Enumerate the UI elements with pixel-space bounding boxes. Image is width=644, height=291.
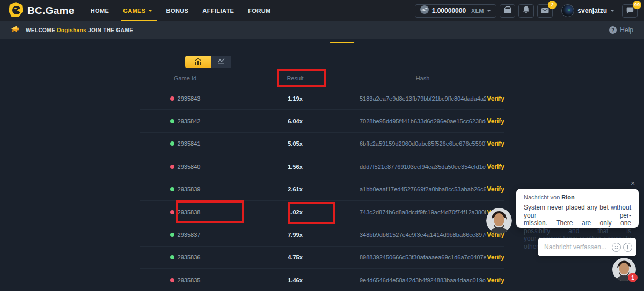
table-header-row: Game Id Result Hash	[140, 70, 504, 87]
header-result: Result	[231, 75, 360, 81]
game-id: 2935840	[178, 163, 201, 170]
verify-link[interactable]: Verify	[486, 277, 504, 284]
emoji-icon[interactable]	[612, 243, 621, 252]
brand-logo[interactable]: BC.Game	[9, 2, 75, 20]
game-id: 2935843	[178, 95, 201, 102]
hash-value: 743c2d874b6d8a8dcdf9fc19acf4d70f74f12a38…	[360, 209, 486, 215]
table-row: 2935837 7.99x 348bb9db61527e4c9f3e4a1414…	[140, 223, 504, 246]
chat-sender-avatar	[486, 208, 512, 234]
mail-icon	[541, 6, 549, 16]
site-chat-button[interactable]: 99	[622, 4, 638, 18]
main-nav: HOME GAMES BONUS AFFILIATE FORUM	[91, 0, 271, 21]
hash-value: 5183a2ea7e9d8e13fb79bbf21bc9ffc804dada4a…	[360, 95, 486, 102]
result-value: 1.46x	[231, 277, 360, 283]
wallet-icon	[503, 6, 511, 16]
status-dot	[170, 255, 174, 259]
game-id: 2935839	[178, 186, 201, 192]
line-chart-icon	[217, 57, 225, 67]
result-value: 4.75x	[231, 254, 360, 260]
messages-button[interactable]: 2	[537, 4, 553, 18]
bcgame-logo-icon	[9, 2, 23, 20]
table-row: 2935839 2.61x a1bb0eaaf17ed4527669f2a0bb…	[140, 178, 504, 201]
chat-from-label: Nachricht von Rion	[524, 194, 631, 200]
nav-item-forum[interactable]: FORUM	[248, 0, 270, 21]
status-dot	[170, 210, 174, 214]
status-dot	[170, 141, 174, 146]
game-id: 2935837	[178, 232, 201, 238]
status-dot	[170, 233, 174, 237]
result-value: 1.02x	[231, 209, 360, 215]
user-avatar	[561, 4, 574, 17]
status-dot	[170, 278, 174, 282]
notifications-button[interactable]	[518, 4, 534, 18]
game-id: 2935841	[178, 140, 201, 147]
nav-item-games[interactable]: GAMES	[123, 0, 152, 21]
game-id: 2935842	[178, 118, 201, 124]
table-row: 2935835 1.46x 9e4d6546d4e58a42d3b4f92488…	[140, 269, 504, 291]
table-row: 2935843 1.19x 5183a2ea7e9d8e13fb79bbf21b…	[140, 87, 504, 110]
chat-launcher[interactable]: 1	[612, 258, 636, 281]
bell-icon	[523, 6, 530, 16]
hash-value: 8988392450666c53f30afaaaea69c1d6a7c0407e…	[360, 254, 486, 260]
chat-message-input[interactable]	[544, 243, 610, 251]
chevron-down-icon	[610, 10, 614, 12]
table-row: 2935838 1.02x 743c2d874b6d8a8dcdf9fc19ac…	[140, 201, 504, 223]
verify-link[interactable]: Verify	[486, 163, 504, 170]
nav-item-affiliate[interactable]: AFFILIATE	[202, 0, 234, 21]
verify-link[interactable]: Verify	[486, 253, 504, 261]
megaphone-icon	[11, 25, 20, 35]
header-game-id: Game Id	[140, 75, 231, 81]
game-id-cell: 2935841	[140, 140, 231, 147]
chat-input-container	[538, 238, 636, 256]
status-dot	[170, 119, 174, 123]
result-value: 7.99x	[231, 232, 360, 238]
game-id-cell: 2935839	[140, 186, 231, 192]
result-value: 2.61x	[231, 186, 360, 192]
verify-link[interactable]: Verify	[486, 95, 504, 102]
hash-value: 9e4d6546d4e58a42d3b4f924883baa4daac019ce…	[360, 277, 486, 283]
tab-trends[interactable]	[211, 56, 231, 68]
chat-bubble-icon	[626, 6, 634, 16]
balance-selector[interactable]: 1.00000000 XLM	[415, 4, 497, 18]
nav-item-home[interactable]: HOME	[91, 0, 109, 21]
verify-link[interactable]: Verify	[486, 140, 504, 147]
hash-value: 348bb9db61527e4c9f3e4a1414d9b8ba66ce8970…	[360, 232, 486, 238]
user-menu[interactable]: svenjatzu	[561, 4, 614, 17]
game-id-cell: 2935842	[140, 118, 231, 124]
chat-launcher-badge: 1	[628, 273, 638, 282]
nav-item-bonus[interactable]: BONUS	[166, 0, 189, 21]
status-dot	[170, 96, 174, 101]
verify-link[interactable]: Verify	[486, 185, 504, 193]
game-id-cell: 2935840	[140, 163, 231, 170]
wallet-button[interactable]	[500, 4, 515, 18]
bar-chart-icon	[194, 57, 202, 67]
result-value: 6.04x	[231, 118, 360, 124]
game-id: 2935838	[178, 209, 201, 215]
attachment-icon[interactable]	[623, 243, 632, 252]
balance-amount: 1.00000000	[432, 7, 466, 14]
tab-indicator-dash	[330, 42, 354, 43]
status-dot	[170, 187, 174, 191]
game-id: 2935836	[178, 254, 201, 260]
game-id-cell: 2935843	[140, 95, 231, 102]
brand-name: BC.Game	[27, 5, 75, 17]
table-row: 2935842 6.04x 7028be95dd95f441b633d6d296…	[140, 110, 504, 132]
status-dot	[170, 165, 174, 169]
header-hash: Hash	[360, 75, 486, 81]
site-chat-badge: 99	[633, 1, 641, 9]
help-button[interactable]: ? Help	[609, 26, 633, 34]
result-value: 1.19x	[231, 95, 360, 102]
game-id-cell: 2935838	[140, 209, 231, 215]
chevron-down-icon	[487, 10, 491, 12]
game-id-cell: 2935835	[140, 277, 231, 283]
messages-badge: 2	[548, 1, 557, 9]
chat-sender-name: Rion	[561, 194, 574, 200]
username: svenjatzu	[577, 7, 607, 14]
help-icon: ?	[609, 26, 617, 34]
table-body: 2935843 1.19x 5183a2ea7e9d8e13fb79bbf21b…	[140, 87, 504, 291]
banner-message: WELCOME Dogishans JOIN THE GAME	[26, 27, 133, 33]
tab-my-bets[interactable]	[185, 56, 211, 68]
chat-close-icon[interactable]: ×	[628, 179, 637, 188]
table-row: 2935840 1.56x ddd7f521e87769103ecf94ea35…	[140, 155, 504, 178]
verify-link[interactable]: Verify	[486, 117, 504, 125]
